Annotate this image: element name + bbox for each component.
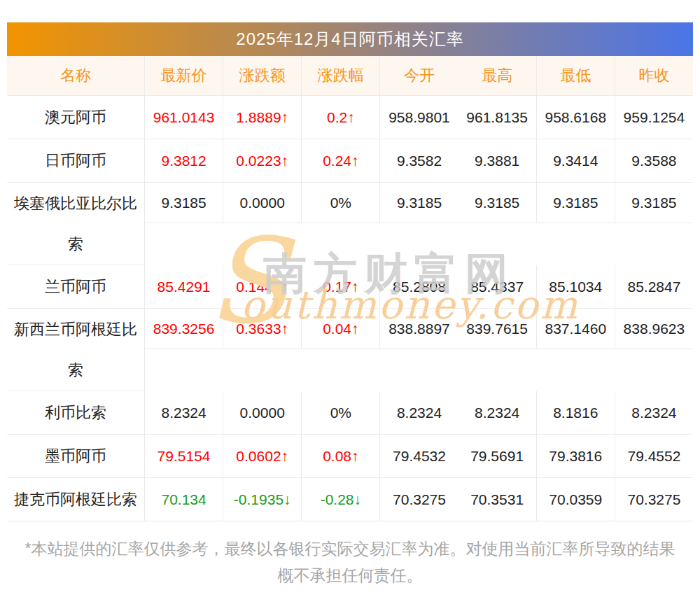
disclaimer-text: *本站提供的汇率仅供参考，最终以各银行实际交易汇率为准。对使用当前汇率所导致的结…	[18, 535, 682, 589]
cell-change-amount: 0.1444↑	[223, 265, 301, 309]
cell-prev-close: 79.4552	[615, 435, 693, 478]
table-row: 墨币阿币79.51540.0602↑0.08↑79.453279.569179.…	[7, 435, 693, 478]
cell-change-percent: 0.17↑	[301, 265, 379, 309]
column-header-prev-close: 昨收	[615, 56, 693, 96]
cell-change-amount: 0.0223↑	[223, 139, 301, 183]
table-row: 新西兰币阿根廷比索839.32560.3633↑0.04↑838.8897839…	[7, 309, 693, 391]
cell-name: 捷克币阿根廷比索	[7, 478, 145, 521]
cell-change-amount: 0.0602↑	[223, 435, 301, 478]
cell-last-price: 839.3256	[145, 309, 223, 349]
column-header-low: 最低	[536, 56, 615, 96]
cell-change-amount: 0.3633↑	[223, 309, 301, 349]
table-body: 澳元阿币961.01431.8889↑0.2↑958.9801961.81359…	[7, 96, 693, 521]
cell-change-amount: -0.1935↓	[223, 478, 301, 521]
cell-change-percent: 0%	[301, 183, 379, 223]
cell-change-amount: 0.0000	[223, 183, 301, 223]
cell-prev-close: 85.2847	[615, 265, 693, 309]
cell-open: 9.3582	[379, 139, 458, 183]
cell-change-percent: 0.04↑	[301, 309, 379, 349]
cell-name: 墨币阿币	[7, 435, 145, 478]
cell-low: 9.3185	[536, 183, 615, 223]
cell-change-percent: 0.24↑	[301, 139, 379, 183]
page-title: 2025年12月4日阿币相关汇率	[236, 28, 463, 50]
cell-last-price: 85.4291	[145, 265, 223, 309]
table-row: 捷克币阿根廷比索70.134-0.1935↓-0.28↓70.327570.35…	[7, 478, 693, 521]
cell-last-price: 961.0143	[145, 96, 223, 139]
column-header-high: 最高	[458, 56, 536, 96]
table-row: 澳元阿币961.01431.8889↑0.2↑958.9801961.81359…	[7, 96, 693, 139]
cell-change-amount: 0.0000	[223, 391, 301, 435]
table-header-row: 名称最新价涨跌额涨跌幅今开最高最低昨收	[7, 56, 693, 96]
cell-high: 70.3531	[458, 478, 536, 521]
table-row: 埃塞俄比亚比尔比索9.31850.00000%9.31859.31859.318…	[7, 183, 693, 265]
title-banner: 2025年12月4日阿币相关汇率	[7, 22, 693, 56]
exchange-rates-table: 名称最新价涨跌额涨跌幅今开最高最低昨收 澳元阿币961.01431.8889↑0…	[7, 56, 693, 521]
cell-last-price: 9.3185	[145, 183, 223, 223]
cell-change-percent: 0%	[301, 391, 379, 435]
cell-high: 9.3185	[458, 183, 536, 223]
cell-low: 79.3816	[536, 435, 615, 478]
table-row: 日币阿币9.38120.0223↑0.24↑9.35829.38819.3414…	[7, 139, 693, 183]
cell-name: 日币阿币	[7, 139, 145, 183]
cell-prev-close: 9.3588	[615, 139, 693, 183]
cell-last-price: 79.5154	[145, 435, 223, 478]
cell-change-amount: 1.8889↑	[223, 96, 301, 139]
cell-low: 8.1816	[536, 391, 615, 435]
cell-prev-close: 8.2324	[615, 391, 693, 435]
cell-high: 85.4337	[458, 265, 536, 309]
cell-open: 9.3185	[379, 183, 458, 223]
cell-open: 8.2324	[379, 391, 458, 435]
cell-low: 9.3414	[536, 139, 615, 183]
cell-high: 839.7615	[458, 309, 536, 349]
cell-open: 70.3275	[379, 478, 458, 521]
cell-open: 85.2808	[379, 265, 458, 309]
cell-last-price: 9.3812	[145, 139, 223, 183]
cell-low: 85.1034	[536, 265, 615, 309]
cell-prev-close: 9.3185	[615, 183, 693, 223]
cell-open: 958.9801	[379, 96, 458, 139]
column-header-last-price: 最新价	[145, 56, 223, 96]
cell-high: 9.3881	[458, 139, 536, 183]
cell-low: 958.6168	[536, 96, 615, 139]
cell-low: 837.1460	[536, 309, 615, 349]
cell-high: 8.2324	[458, 391, 536, 435]
table-row: 兰币阿币85.42910.1444↑0.17↑85.280885.433785.…	[7, 265, 693, 309]
cell-change-percent: 0.08↑	[301, 435, 379, 478]
page: 2025年12月4日阿币相关汇率 名称最新价涨跌额涨跌幅今开最高最低昨收 澳元阿…	[7, 0, 693, 589]
cell-name: 埃塞俄比亚比尔比索	[7, 183, 145, 265]
cell-open: 79.4532	[379, 435, 458, 478]
column-header-change-percent: 涨跌幅	[301, 56, 379, 96]
cell-open: 838.8897	[379, 309, 458, 349]
cell-name: 利币比索	[7, 391, 145, 435]
cell-prev-close: 70.3275	[615, 478, 693, 521]
column-header-change-amount: 涨跌额	[223, 56, 301, 96]
cell-high: 79.5691	[458, 435, 536, 478]
column-header-open: 今开	[379, 56, 458, 96]
cell-name: 澳元阿币	[7, 96, 145, 139]
cell-last-price: 70.134	[145, 478, 223, 521]
cell-last-price: 8.2324	[145, 391, 223, 435]
cell-prev-close: 838.9623	[615, 309, 693, 349]
cell-change-percent: -0.28↓	[301, 478, 379, 521]
column-header-name: 名称	[7, 56, 145, 96]
cell-name: 新西兰币阿根廷比索	[7, 309, 145, 391]
cell-name: 兰币阿币	[7, 265, 145, 309]
cell-change-percent: 0.2↑	[301, 96, 379, 139]
cell-low: 70.0359	[536, 478, 615, 521]
cell-high: 961.8135	[458, 96, 536, 139]
cell-prev-close: 959.1254	[615, 96, 693, 139]
table-row: 利币比索8.23240.00000%8.23248.23248.18168.23…	[7, 391, 693, 435]
